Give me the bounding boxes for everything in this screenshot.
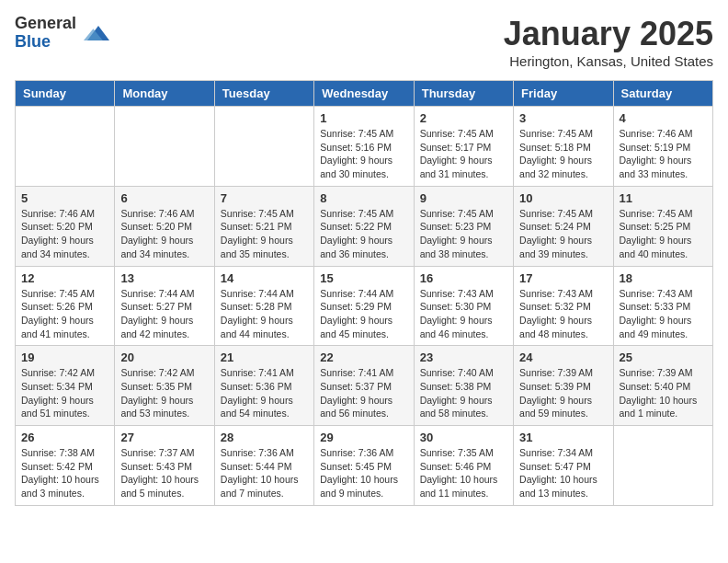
calendar-cell	[214, 107, 313, 187]
day-info: Sunrise: 7:40 AM Sunset: 5:38 PM Dayligh…	[420, 366, 507, 420]
calendar-cell: 29Sunrise: 7:36 AM Sunset: 5:45 PM Dayli…	[314, 426, 414, 506]
calendar-cell: 17Sunrise: 7:43 AM Sunset: 5:32 PM Dayli…	[514, 266, 613, 346]
day-number: 26	[21, 431, 108, 444]
day-number: 3	[519, 111, 607, 125]
day-number: 21	[221, 350, 308, 364]
day-info: Sunrise: 7:45 AM Sunset: 5:21 PM Dayligh…	[221, 207, 308, 261]
location: Herington, Kansas, United States	[504, 53, 713, 69]
calendar-week-row: 19Sunrise: 7:42 AM Sunset: 5:34 PM Dayli…	[16, 346, 713, 426]
day-info: Sunrise: 7:37 AM Sunset: 5:43 PM Dayligh…	[120, 446, 208, 500]
logo-icon	[80, 18, 109, 48]
day-info: Sunrise: 7:46 AM Sunset: 5:20 PM Dayligh…	[120, 207, 208, 261]
calendar-cell: 21Sunrise: 7:41 AM Sunset: 5:36 PM Dayli…	[214, 346, 313, 426]
calendar-cell: 8Sunrise: 7:45 AM Sunset: 5:22 PM Daylig…	[314, 186, 414, 266]
header-monday: Monday	[115, 81, 214, 107]
day-number: 5	[21, 191, 108, 205]
header-wednesday: Wednesday	[314, 81, 414, 107]
title-block: January 2025 Herington, Kansas, United S…	[504, 15, 713, 69]
day-info: Sunrise: 7:41 AM Sunset: 5:36 PM Dayligh…	[221, 366, 308, 420]
day-number: 18	[620, 271, 707, 285]
day-info: Sunrise: 7:44 AM Sunset: 5:29 PM Dayligh…	[320, 287, 407, 341]
day-number: 24	[519, 350, 607, 364]
day-info: Sunrise: 7:42 AM Sunset: 5:34 PM Dayligh…	[21, 366, 108, 420]
day-number: 7	[221, 191, 308, 205]
day-info: Sunrise: 7:43 AM Sunset: 5:30 PM Dayligh…	[420, 287, 507, 341]
day-info: Sunrise: 7:44 AM Sunset: 5:27 PM Dayligh…	[120, 287, 208, 341]
calendar-cell: 11Sunrise: 7:45 AM Sunset: 5:25 PM Dayli…	[613, 186, 712, 266]
calendar-cell: 6Sunrise: 7:46 AM Sunset: 5:20 PM Daylig…	[115, 186, 214, 266]
day-info: Sunrise: 7:43 AM Sunset: 5:32 PM Dayligh…	[519, 287, 607, 341]
day-number: 27	[120, 431, 208, 444]
calendar-cell	[115, 107, 214, 187]
calendar-header-row: SundayMondayTuesdayWednesdayThursdayFrid…	[16, 81, 713, 107]
header-sunday: Sunday	[16, 81, 115, 107]
day-info: Sunrise: 7:36 AM Sunset: 5:44 PM Dayligh…	[221, 446, 308, 500]
day-info: Sunrise: 7:45 AM Sunset: 5:24 PM Dayligh…	[519, 207, 607, 261]
day-info: Sunrise: 7:44 AM Sunset: 5:28 PM Dayligh…	[221, 287, 308, 341]
calendar-cell: 31Sunrise: 7:34 AM Sunset: 5:47 PM Dayli…	[514, 426, 613, 506]
calendar-week-row: 1Sunrise: 7:45 AM Sunset: 5:16 PM Daylig…	[16, 107, 713, 187]
day-number: 10	[519, 191, 607, 205]
header-friday: Friday	[514, 81, 613, 107]
logo-general: General	[15, 15, 76, 33]
calendar-cell: 14Sunrise: 7:44 AM Sunset: 5:28 PM Dayli…	[214, 266, 313, 346]
calendar-week-row: 12Sunrise: 7:45 AM Sunset: 5:26 PM Dayli…	[16, 266, 713, 346]
calendar-cell: 12Sunrise: 7:45 AM Sunset: 5:26 PM Dayli…	[16, 266, 115, 346]
day-number: 22	[320, 350, 407, 364]
day-info: Sunrise: 7:45 AM Sunset: 5:23 PM Dayligh…	[420, 207, 507, 261]
calendar-cell: 20Sunrise: 7:42 AM Sunset: 5:35 PM Dayli…	[115, 346, 214, 426]
day-number: 8	[320, 191, 407, 205]
day-number: 12	[21, 271, 108, 285]
day-info: Sunrise: 7:43 AM Sunset: 5:33 PM Dayligh…	[620, 287, 707, 341]
day-info: Sunrise: 7:45 AM Sunset: 5:18 PM Dayligh…	[519, 127, 607, 181]
page-header: General Blue January 2025 Herington, Kan…	[15, 15, 713, 69]
day-number: 23	[420, 350, 507, 364]
calendar-cell: 4Sunrise: 7:46 AM Sunset: 5:19 PM Daylig…	[613, 107, 712, 187]
day-number: 11	[620, 191, 707, 205]
calendar-cell: 1Sunrise: 7:45 AM Sunset: 5:16 PM Daylig…	[314, 107, 414, 187]
day-info: Sunrise: 7:38 AM Sunset: 5:42 PM Dayligh…	[21, 446, 108, 500]
day-number: 29	[320, 431, 407, 444]
header-thursday: Thursday	[414, 81, 513, 107]
calendar-cell: 28Sunrise: 7:36 AM Sunset: 5:44 PM Dayli…	[214, 426, 313, 506]
calendar-cell: 24Sunrise: 7:39 AM Sunset: 5:39 PM Dayli…	[514, 346, 613, 426]
logo-blue: Blue	[15, 33, 76, 52]
calendar-cell: 10Sunrise: 7:45 AM Sunset: 5:24 PM Dayli…	[514, 186, 613, 266]
calendar-cell: 19Sunrise: 7:42 AM Sunset: 5:34 PM Dayli…	[16, 346, 115, 426]
calendar-cell: 3Sunrise: 7:45 AM Sunset: 5:18 PM Daylig…	[514, 107, 613, 187]
calendar-cell: 5Sunrise: 7:46 AM Sunset: 5:20 PM Daylig…	[16, 186, 115, 266]
day-number: 19	[21, 350, 108, 364]
day-number: 16	[420, 271, 507, 285]
header-saturday: Saturday	[613, 81, 712, 107]
calendar-cell: 9Sunrise: 7:45 AM Sunset: 5:23 PM Daylig…	[414, 186, 513, 266]
day-info: Sunrise: 7:46 AM Sunset: 5:20 PM Dayligh…	[21, 207, 108, 261]
calendar-cell: 7Sunrise: 7:45 AM Sunset: 5:21 PM Daylig…	[214, 186, 313, 266]
day-info: Sunrise: 7:42 AM Sunset: 5:35 PM Dayligh…	[120, 366, 208, 420]
day-info: Sunrise: 7:45 AM Sunset: 5:16 PM Dayligh…	[320, 127, 407, 181]
day-number: 13	[120, 271, 208, 285]
month-title: January 2025	[504, 15, 713, 53]
day-number: 9	[420, 191, 507, 205]
calendar-cell: 25Sunrise: 7:39 AM Sunset: 5:40 PM Dayli…	[613, 346, 712, 426]
calendar-cell	[16, 107, 115, 187]
day-number: 4	[620, 111, 707, 125]
day-number: 31	[519, 431, 607, 444]
logo: General Blue	[15, 15, 109, 52]
calendar-cell: 13Sunrise: 7:44 AM Sunset: 5:27 PM Dayli…	[115, 266, 214, 346]
day-info: Sunrise: 7:45 AM Sunset: 5:25 PM Dayligh…	[620, 207, 707, 261]
calendar-cell: 22Sunrise: 7:41 AM Sunset: 5:37 PM Dayli…	[314, 346, 414, 426]
day-number: 20	[120, 350, 208, 364]
calendar-table: SundayMondayTuesdayWednesdayThursdayFrid…	[15, 80, 713, 506]
day-info: Sunrise: 7:41 AM Sunset: 5:37 PM Dayligh…	[320, 366, 407, 420]
calendar-cell: 15Sunrise: 7:44 AM Sunset: 5:29 PM Dayli…	[314, 266, 414, 346]
day-number: 28	[221, 431, 308, 444]
day-info: Sunrise: 7:45 AM Sunset: 5:26 PM Dayligh…	[21, 287, 108, 341]
day-number: 14	[221, 271, 308, 285]
calendar-cell	[613, 426, 712, 506]
day-info: Sunrise: 7:46 AM Sunset: 5:19 PM Dayligh…	[620, 127, 707, 181]
calendar-cell: 18Sunrise: 7:43 AM Sunset: 5:33 PM Dayli…	[613, 266, 712, 346]
day-info: Sunrise: 7:36 AM Sunset: 5:45 PM Dayligh…	[320, 446, 407, 500]
day-info: Sunrise: 7:45 AM Sunset: 5:17 PM Dayligh…	[420, 127, 507, 181]
day-info: Sunrise: 7:35 AM Sunset: 5:46 PM Dayligh…	[420, 446, 507, 500]
day-number: 6	[120, 191, 208, 205]
